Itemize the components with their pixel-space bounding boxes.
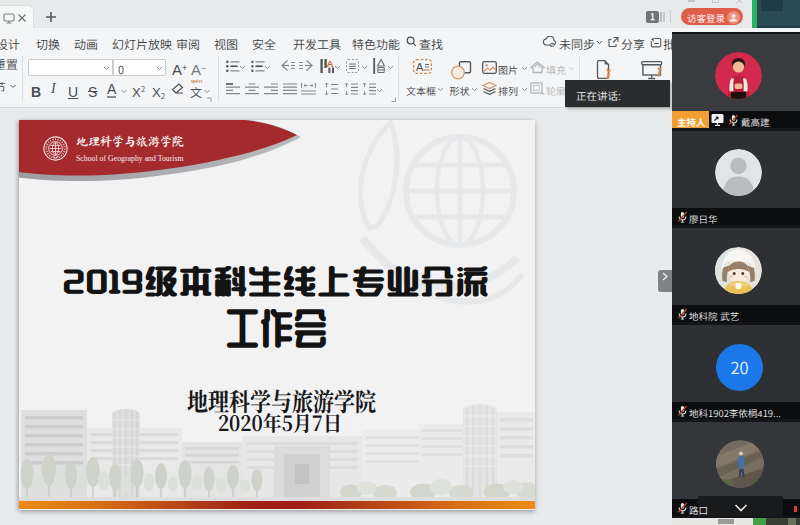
svg-text:A: A <box>416 61 424 73</box>
svg-text:A: A <box>327 58 334 69</box>
